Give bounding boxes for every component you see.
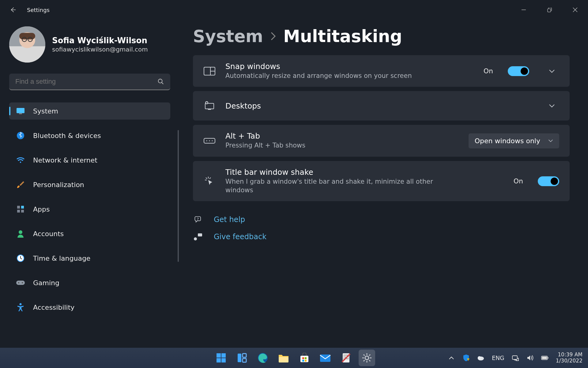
main-content: System Multitasking Snap windows Automat…	[181, 20, 588, 348]
chevron-right-icon	[270, 32, 277, 41]
tray-chevron-up-icon[interactable]	[448, 354, 455, 362]
svg-point-12	[20, 162, 21, 163]
svg-rect-47	[305, 360, 307, 362]
maximize-icon	[547, 8, 552, 12]
document-icon	[341, 353, 351, 363]
search-box[interactable]	[9, 74, 170, 90]
avatar	[9, 26, 45, 63]
get-help-link[interactable]: ? Get help	[193, 215, 570, 224]
sidebar-item-bluetooth[interactable]: Bluetooth & devices	[9, 127, 170, 144]
svg-rect-10	[19, 113, 22, 114]
sidebar-item-label: Accounts	[33, 230, 64, 238]
svg-rect-55	[512, 356, 517, 359]
svg-point-22	[22, 282, 23, 283]
app-unknown-button[interactable]	[338, 350, 354, 366]
shake-toggle[interactable]	[538, 176, 559, 186]
minimize-button[interactable]	[511, 2, 537, 17]
file-explorer-button[interactable]	[275, 350, 292, 366]
breadcrumb-parent[interactable]: System	[193, 26, 263, 46]
start-button[interactable]	[213, 350, 229, 366]
close-icon	[573, 7, 578, 12]
setting-snap-windows[interactable]: Snap windows Automatically resize and ar…	[193, 55, 570, 87]
sidebar-scrollbar[interactable]	[178, 130, 179, 262]
mail-button[interactable]	[317, 350, 334, 366]
window-title: Settings	[27, 7, 50, 13]
sidebar-item-gaming[interactable]: Gaming	[9, 274, 170, 291]
chevron-down-icon	[549, 104, 555, 108]
gear-icon	[361, 352, 372, 363]
profile-name: Sofia Wyciślik-Wilson	[52, 36, 148, 45]
security-icon[interactable]: !	[462, 354, 470, 362]
setting-subtitle: Automatically resize and arrange windows…	[225, 71, 458, 80]
sidebar: Sofia Wyciślik-Wilson sofiawycislikwilso…	[0, 20, 181, 348]
alt-tab-dropdown[interactable]: Open windows only	[469, 133, 559, 148]
svg-point-32	[194, 237, 197, 240]
svg-point-17	[19, 230, 22, 234]
sidebar-item-label: Personalization	[33, 181, 84, 189]
setting-subtitle: When I grab a window's title bar and sha…	[225, 177, 458, 195]
sidebar-item-accessibility[interactable]: Accessibility	[9, 299, 170, 316]
profile-block[interactable]: Sofia Wyciślik-Wilson sofiawycislikwilso…	[9, 26, 181, 63]
sidebar-item-label: Network & internet	[33, 156, 97, 164]
accessibility-icon	[16, 303, 25, 312]
svg-point-21	[18, 282, 19, 283]
snap-toggle[interactable]	[508, 66, 529, 76]
task-view-button[interactable]	[234, 350, 250, 366]
mail-icon	[319, 353, 331, 362]
svg-text:?: ?	[197, 217, 199, 221]
clock-time: 10:39 AM	[556, 352, 582, 358]
svg-point-28	[206, 140, 207, 141]
profile-email: sofiawycislikwilson@gmail.com	[52, 46, 148, 53]
expand-snap-button[interactable]	[545, 64, 559, 79]
sidebar-item-label: System	[33, 107, 58, 115]
svg-point-23	[20, 303, 22, 305]
link-text[interactable]: Get help	[214, 215, 245, 224]
svg-rect-5	[19, 33, 35, 39]
help-icon: ?	[193, 215, 203, 224]
svg-rect-16	[21, 210, 24, 213]
sidebar-item-network[interactable]: Network & internet	[9, 151, 170, 169]
edge-button[interactable]	[254, 350, 271, 366]
sidebar-item-system[interactable]: System	[9, 102, 170, 120]
maximize-button[interactable]	[537, 2, 562, 17]
folder-icon	[278, 353, 289, 363]
chevron-down-icon	[548, 139, 553, 143]
setting-subtitle: Pressing Alt + Tab shows	[225, 141, 458, 150]
svg-rect-33	[198, 233, 202, 236]
svg-rect-57	[548, 357, 548, 358]
clock-icon	[16, 254, 25, 263]
sidebar-item-apps[interactable]: Apps	[9, 201, 170, 218]
language-indicator[interactable]: ENG	[492, 355, 504, 361]
clock[interactable]: 10:39 AM 1/30/2022	[556, 352, 582, 364]
svg-rect-45	[305, 357, 307, 359]
battery-icon[interactable]	[541, 354, 548, 362]
minimize-icon	[521, 7, 526, 12]
store-button[interactable]	[296, 350, 313, 366]
svg-rect-15	[17, 210, 20, 213]
close-button[interactable]	[562, 2, 588, 17]
gamepad-icon	[16, 278, 25, 287]
svg-rect-20	[16, 281, 25, 285]
sidebar-item-personalization[interactable]: Personalization	[9, 176, 170, 193]
dropdown-value: Open windows only	[475, 137, 540, 145]
svg-rect-42	[279, 357, 288, 362]
setting-desktops[interactable]: Desktops	[193, 91, 570, 121]
sidebar-item-accounts[interactable]: Accounts	[9, 225, 170, 242]
svg-rect-46	[302, 360, 304, 362]
monitor-icon	[16, 106, 25, 116]
expand-desktops-button[interactable]	[545, 98, 559, 113]
svg-rect-43	[300, 356, 308, 362]
setting-title-bar-shake: Title bar window shake When I grab a win…	[193, 161, 570, 201]
weather-icon[interactable]	[477, 354, 484, 362]
toggle-state-label: On	[484, 67, 493, 75]
brush-icon	[16, 180, 25, 189]
volume-icon[interactable]	[526, 354, 534, 362]
network-tray-icon[interactable]	[512, 354, 519, 362]
sidebar-item-label: Apps	[33, 205, 50, 213]
link-text[interactable]: Give feedback	[214, 232, 266, 241]
back-button[interactable]	[4, 1, 21, 18]
sidebar-item-time-language[interactable]: Time & language	[9, 250, 170, 267]
settings-taskbar-button[interactable]	[359, 350, 375, 366]
give-feedback-link[interactable]: Give feedback	[193, 232, 570, 241]
search-input[interactable]	[15, 78, 157, 86]
